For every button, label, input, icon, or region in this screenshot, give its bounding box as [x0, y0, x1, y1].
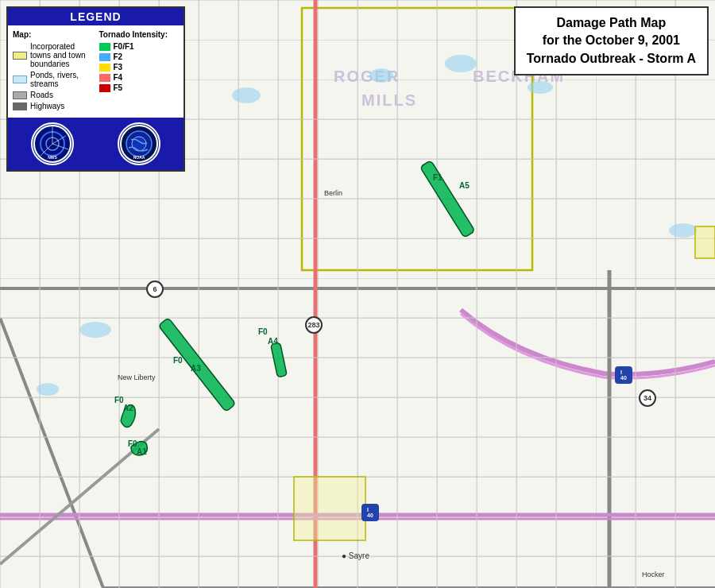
town-sayre: ● Sayre — [342, 551, 369, 560]
legend-item-water: Ponds, rivers,streams — [13, 71, 93, 88]
path-label-id-a5: A5 — [459, 181, 470, 190]
svg-text:NOAA: NOAA — [133, 155, 145, 160]
legend-label-f3: F3 — [114, 63, 123, 72]
legend-intensity-f5: F5 — [99, 83, 180, 92]
legend-text-roads: Roads — [30, 91, 53, 99]
path-label-id-a1: A1 — [137, 447, 147, 456]
title-line3: Tornado Outbreak - Storm A — [527, 50, 696, 68]
town-hocker: Hocker — [642, 571, 665, 578]
legend-label-f5: F5 — [114, 83, 123, 92]
highway-marker-i40-east: I40 — [615, 366, 632, 384]
legend-text-water: Ponds, rivers,streams — [30, 71, 79, 88]
legend-swatch-f4 — [99, 74, 110, 82]
legend-map-section: Map: Incorporatedtowns and townboundarie… — [13, 30, 93, 113]
title-box: Damage Path Map for the October 9, 2001 … — [514, 6, 709, 75]
path-label-f0-a4-top: F0 — [258, 327, 268, 336]
title-line1: Damage Path Map — [527, 14, 696, 32]
path-label-id-a3: A3 — [191, 364, 201, 373]
town-berlin: Berlin — [324, 189, 342, 197]
title-line2: for the October 9, 2001 — [527, 32, 696, 49]
town-new-liberty: New Liberty — [118, 373, 156, 381]
legend-intensity-f4: F4 — [99, 73, 180, 82]
legend-tornado-section: Tornado Intensity: F0/F1 F2 F3 F4 F5 — [99, 30, 180, 113]
svg-text:NWS: NWS — [48, 155, 57, 160]
legend-swatch-f2 — [99, 53, 110, 61]
legend-label-f4: F4 — [114, 73, 123, 82]
county-label-roger-mills: ROGER — [334, 68, 400, 86]
path-label-id-a2: A2 — [123, 404, 133, 412]
legend-label-f2: F2 — [114, 52, 123, 61]
path-label-f0-a3: F0 — [173, 356, 183, 365]
nws-logo: NWS — [31, 122, 74, 165]
legend-swatch-highways — [13, 103, 27, 110]
legend-swatch-f3 — [99, 64, 110, 72]
legend-map-label: Map: — [13, 30, 93, 39]
path-label-f1-a5: F1 — [433, 173, 443, 182]
path-label-f0-a2: F0 — [114, 396, 124, 404]
legend-swatch-water — [13, 75, 27, 83]
legend: LEGEND Map: Incorporatedtowns and townbo… — [6, 6, 185, 172]
legend-intensity-f2: F2 — [99, 52, 180, 61]
legend-text-towns: Incorporatedtowns and townboundaries — [30, 42, 86, 68]
legend-swatch-f5 — [99, 84, 110, 92]
legend-swatch-towns — [13, 52, 27, 60]
legend-title: LEGEND — [8, 8, 184, 25]
legend-item-highways: Highways — [13, 102, 93, 110]
noaa-logo: NOAA — [118, 122, 160, 165]
legend-text-highways: Highways — [30, 102, 64, 110]
legend-swatch-roads — [13, 91, 27, 99]
county-label-mills: MILLS — [361, 91, 417, 110]
legend-intensity-f01: F0/F1 — [99, 42, 180, 51]
highway-marker-283: 283 — [305, 316, 323, 334]
legend-intensity-f3: F3 — [99, 63, 180, 72]
path-label-id-a4: A4 — [268, 337, 278, 346]
legend-swatch-f01 — [99, 43, 110, 51]
legend-item-roads: Roads — [13, 91, 93, 99]
legend-item-towns: Incorporatedtowns and townboundaries — [13, 42, 93, 68]
legend-logos: NWS NOAA — [8, 118, 184, 170]
highway-marker-6: 6 — [146, 280, 164, 298]
highway-marker-i40-south: I40 — [361, 504, 379, 521]
path-label-f0-a1: F0 — [128, 439, 137, 448]
highway-marker-34: 34 — [639, 389, 656, 407]
legend-tornado-title: Tornado Intensity: — [99, 30, 180, 39]
legend-label-f01: F0/F1 — [114, 42, 134, 51]
